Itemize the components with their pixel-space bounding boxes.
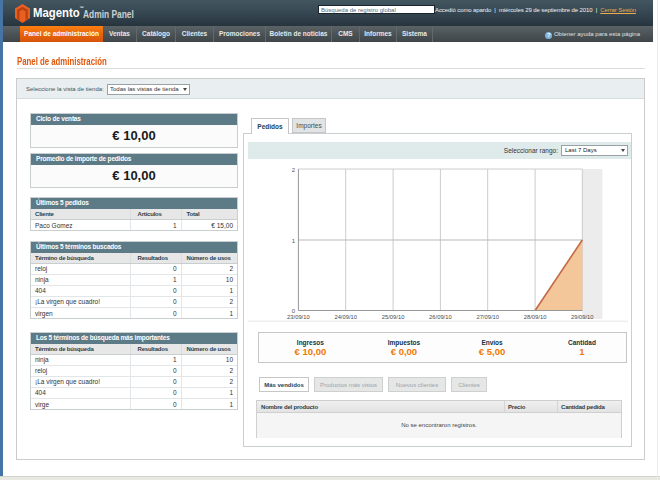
svg-text:23/09/10: 23/09/10	[287, 314, 310, 320]
svg-text:27/09/10: 27/09/10	[476, 314, 499, 320]
svg-text:24/09/10: 24/09/10	[334, 314, 357, 320]
svg-text:25/09/10: 25/09/10	[382, 314, 405, 320]
svg-text:28/09/10: 28/09/10	[524, 314, 547, 320]
svg-text:29/09/10: 29/09/10	[571, 314, 594, 320]
svg-text:1: 1	[292, 238, 296, 244]
svg-text:26/09/10: 26/09/10	[429, 314, 452, 320]
svg-text:2: 2	[292, 167, 296, 173]
